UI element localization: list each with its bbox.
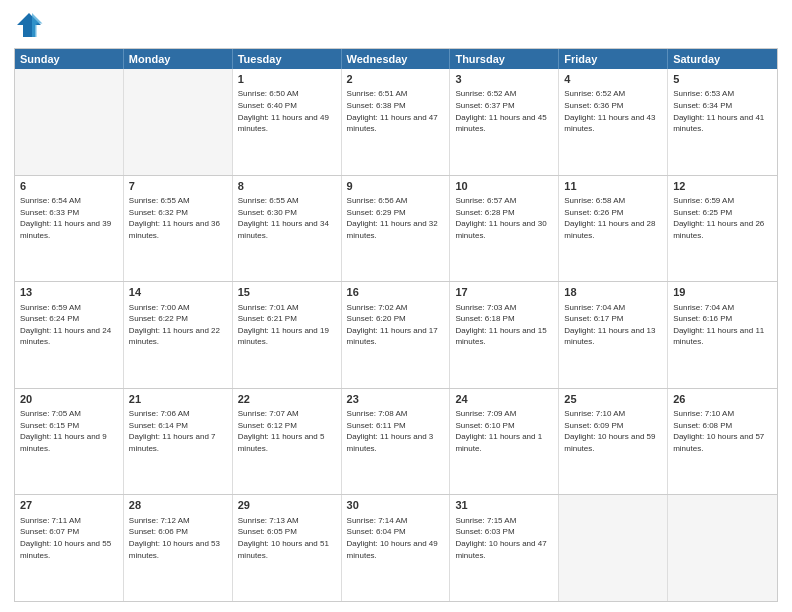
- cell-info: Sunrise: 7:10 AM Sunset: 6:08 PM Dayligh…: [673, 408, 772, 454]
- logo: [14, 10, 48, 40]
- cell-info: Sunrise: 7:01 AM Sunset: 6:21 PM Dayligh…: [238, 302, 336, 348]
- day-number: 12: [673, 179, 772, 194]
- day-number: 4: [564, 72, 662, 87]
- calendar-body: 1Sunrise: 6:50 AM Sunset: 6:40 PM Daylig…: [15, 69, 777, 601]
- header-day-sunday: Sunday: [15, 49, 124, 69]
- cell-info: Sunrise: 6:51 AM Sunset: 6:38 PM Dayligh…: [347, 88, 445, 134]
- calendar-row-4: 20Sunrise: 7:05 AM Sunset: 6:15 PM Dayli…: [15, 388, 777, 495]
- calendar-row-3: 13Sunrise: 6:59 AM Sunset: 6:24 PM Dayli…: [15, 281, 777, 388]
- cell-info: Sunrise: 6:52 AM Sunset: 6:37 PM Dayligh…: [455, 88, 553, 134]
- cal-cell: 15Sunrise: 7:01 AM Sunset: 6:21 PM Dayli…: [233, 282, 342, 388]
- cell-info: Sunrise: 7:11 AM Sunset: 6:07 PM Dayligh…: [20, 515, 118, 561]
- cell-info: Sunrise: 7:02 AM Sunset: 6:20 PM Dayligh…: [347, 302, 445, 348]
- calendar-row-1: 1Sunrise: 6:50 AM Sunset: 6:40 PM Daylig…: [15, 69, 777, 175]
- day-number: 16: [347, 285, 445, 300]
- cal-cell: 27Sunrise: 7:11 AM Sunset: 6:07 PM Dayli…: [15, 495, 124, 601]
- day-number: 30: [347, 498, 445, 513]
- cell-info: Sunrise: 7:08 AM Sunset: 6:11 PM Dayligh…: [347, 408, 445, 454]
- header-day-friday: Friday: [559, 49, 668, 69]
- day-number: 9: [347, 179, 445, 194]
- cal-cell: 9Sunrise: 6:56 AM Sunset: 6:29 PM Daylig…: [342, 176, 451, 282]
- cal-cell: 17Sunrise: 7:03 AM Sunset: 6:18 PM Dayli…: [450, 282, 559, 388]
- day-number: 17: [455, 285, 553, 300]
- cal-cell: 5Sunrise: 6:53 AM Sunset: 6:34 PM Daylig…: [668, 69, 777, 175]
- cell-info: Sunrise: 7:00 AM Sunset: 6:22 PM Dayligh…: [129, 302, 227, 348]
- cell-info: Sunrise: 7:14 AM Sunset: 6:04 PM Dayligh…: [347, 515, 445, 561]
- cal-cell: 29Sunrise: 7:13 AM Sunset: 6:05 PM Dayli…: [233, 495, 342, 601]
- cell-info: Sunrise: 7:12 AM Sunset: 6:06 PM Dayligh…: [129, 515, 227, 561]
- logo-icon: [14, 10, 44, 40]
- cal-cell: 12Sunrise: 6:59 AM Sunset: 6:25 PM Dayli…: [668, 176, 777, 282]
- day-number: 22: [238, 392, 336, 407]
- cal-cell: 16Sunrise: 7:02 AM Sunset: 6:20 PM Dayli…: [342, 282, 451, 388]
- cal-cell: 1Sunrise: 6:50 AM Sunset: 6:40 PM Daylig…: [233, 69, 342, 175]
- day-number: 7: [129, 179, 227, 194]
- cal-cell: 14Sunrise: 7:00 AM Sunset: 6:22 PM Dayli…: [124, 282, 233, 388]
- cell-info: Sunrise: 6:50 AM Sunset: 6:40 PM Dayligh…: [238, 88, 336, 134]
- day-number: 15: [238, 285, 336, 300]
- cell-info: Sunrise: 6:58 AM Sunset: 6:26 PM Dayligh…: [564, 195, 662, 241]
- cal-cell: [15, 69, 124, 175]
- day-number: 24: [455, 392, 553, 407]
- day-number: 13: [20, 285, 118, 300]
- cell-info: Sunrise: 6:59 AM Sunset: 6:25 PM Dayligh…: [673, 195, 772, 241]
- day-number: 1: [238, 72, 336, 87]
- cal-cell: 6Sunrise: 6:54 AM Sunset: 6:33 PM Daylig…: [15, 176, 124, 282]
- cal-cell: 21Sunrise: 7:06 AM Sunset: 6:14 PM Dayli…: [124, 389, 233, 495]
- cal-cell: 18Sunrise: 7:04 AM Sunset: 6:17 PM Dayli…: [559, 282, 668, 388]
- day-number: 3: [455, 72, 553, 87]
- cal-cell: 24Sunrise: 7:09 AM Sunset: 6:10 PM Dayli…: [450, 389, 559, 495]
- cell-info: Sunrise: 7:04 AM Sunset: 6:16 PM Dayligh…: [673, 302, 772, 348]
- day-number: 20: [20, 392, 118, 407]
- day-number: 14: [129, 285, 227, 300]
- day-number: 18: [564, 285, 662, 300]
- cell-info: Sunrise: 7:04 AM Sunset: 6:17 PM Dayligh…: [564, 302, 662, 348]
- day-number: 29: [238, 498, 336, 513]
- header-day-wednesday: Wednesday: [342, 49, 451, 69]
- cell-info: Sunrise: 6:54 AM Sunset: 6:33 PM Dayligh…: [20, 195, 118, 241]
- cell-info: Sunrise: 7:10 AM Sunset: 6:09 PM Dayligh…: [564, 408, 662, 454]
- cal-cell: 23Sunrise: 7:08 AM Sunset: 6:11 PM Dayli…: [342, 389, 451, 495]
- day-number: 26: [673, 392, 772, 407]
- cell-info: Sunrise: 6:57 AM Sunset: 6:28 PM Dayligh…: [455, 195, 553, 241]
- cal-cell: 2Sunrise: 6:51 AM Sunset: 6:38 PM Daylig…: [342, 69, 451, 175]
- day-number: 27: [20, 498, 118, 513]
- cell-info: Sunrise: 6:55 AM Sunset: 6:30 PM Dayligh…: [238, 195, 336, 241]
- cal-cell: 25Sunrise: 7:10 AM Sunset: 6:09 PM Dayli…: [559, 389, 668, 495]
- page: SundayMondayTuesdayWednesdayThursdayFrid…: [0, 0, 792, 612]
- cal-cell: 31Sunrise: 7:15 AM Sunset: 6:03 PM Dayli…: [450, 495, 559, 601]
- cal-cell: 10Sunrise: 6:57 AM Sunset: 6:28 PM Dayli…: [450, 176, 559, 282]
- cal-cell: 8Sunrise: 6:55 AM Sunset: 6:30 PM Daylig…: [233, 176, 342, 282]
- day-number: 28: [129, 498, 227, 513]
- cell-info: Sunrise: 6:55 AM Sunset: 6:32 PM Dayligh…: [129, 195, 227, 241]
- cal-cell: 13Sunrise: 6:59 AM Sunset: 6:24 PM Dayli…: [15, 282, 124, 388]
- day-number: 8: [238, 179, 336, 194]
- day-number: 25: [564, 392, 662, 407]
- cal-cell: 20Sunrise: 7:05 AM Sunset: 6:15 PM Dayli…: [15, 389, 124, 495]
- cell-info: Sunrise: 7:05 AM Sunset: 6:15 PM Dayligh…: [20, 408, 118, 454]
- cell-info: Sunrise: 7:07 AM Sunset: 6:12 PM Dayligh…: [238, 408, 336, 454]
- cell-info: Sunrise: 7:06 AM Sunset: 6:14 PM Dayligh…: [129, 408, 227, 454]
- header-day-thursday: Thursday: [450, 49, 559, 69]
- cal-cell: 19Sunrise: 7:04 AM Sunset: 6:16 PM Dayli…: [668, 282, 777, 388]
- cell-info: Sunrise: 7:09 AM Sunset: 6:10 PM Dayligh…: [455, 408, 553, 454]
- cal-cell: [124, 69, 233, 175]
- day-number: 5: [673, 72, 772, 87]
- day-number: 31: [455, 498, 553, 513]
- day-number: 23: [347, 392, 445, 407]
- day-number: 21: [129, 392, 227, 407]
- day-number: 6: [20, 179, 118, 194]
- cal-cell: 7Sunrise: 6:55 AM Sunset: 6:32 PM Daylig…: [124, 176, 233, 282]
- cell-info: Sunrise: 7:15 AM Sunset: 6:03 PM Dayligh…: [455, 515, 553, 561]
- cal-cell: 30Sunrise: 7:14 AM Sunset: 6:04 PM Dayli…: [342, 495, 451, 601]
- header-day-monday: Monday: [124, 49, 233, 69]
- cell-info: Sunrise: 6:53 AM Sunset: 6:34 PM Dayligh…: [673, 88, 772, 134]
- calendar-row-2: 6Sunrise: 6:54 AM Sunset: 6:33 PM Daylig…: [15, 175, 777, 282]
- cal-cell: 11Sunrise: 6:58 AM Sunset: 6:26 PM Dayli…: [559, 176, 668, 282]
- day-number: 19: [673, 285, 772, 300]
- cal-cell: 22Sunrise: 7:07 AM Sunset: 6:12 PM Dayli…: [233, 389, 342, 495]
- cal-cell: 4Sunrise: 6:52 AM Sunset: 6:36 PM Daylig…: [559, 69, 668, 175]
- cal-cell: [668, 495, 777, 601]
- cell-info: Sunrise: 7:13 AM Sunset: 6:05 PM Dayligh…: [238, 515, 336, 561]
- day-number: 10: [455, 179, 553, 194]
